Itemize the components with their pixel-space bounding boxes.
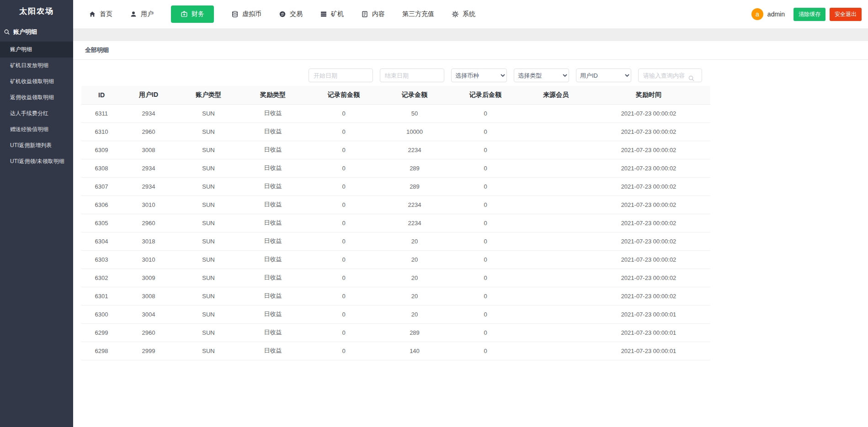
table-cell: 6311 [81, 104, 122, 122]
table-row: 63033010SUN日收益02002021-07-23 00:00:02 [81, 250, 710, 269]
sidebar-section-header[interactable]: 账户明细 [0, 25, 73, 41]
nav-home[interactable]: 首页 [89, 10, 112, 18]
table-cell: 0 [304, 250, 383, 269]
table-cell [525, 323, 587, 342]
user-icon [130, 11, 137, 18]
table-row: 63013008SUN日收益02002021-07-23 00:00:02 [81, 287, 710, 305]
table-cell: 6307 [81, 177, 122, 195]
table-row: 63112934SUN日收益05002021-07-23 00:00:02 [81, 104, 710, 122]
table-cell: SUN [176, 104, 241, 122]
table-cell: 0 [304, 141, 383, 159]
table-cell: 日收益 [241, 323, 304, 342]
sidebar-item-expert-fee-dividend[interactable]: 达人手续费分红 [0, 105, 73, 121]
sidebar-item-account-detail[interactable]: 账户明细 [0, 42, 73, 58]
table-cell: 2999 [122, 342, 176, 360]
table-cell: 0 [446, 323, 525, 342]
table-cell: 3010 [122, 195, 176, 214]
nav-miner[interactable]: 矿机 [320, 10, 344, 18]
table-cell: 0 [446, 232, 525, 250]
table-cell: 0 [446, 122, 525, 141]
app-title: 太阳农场 [0, 0, 73, 25]
table-cell: 0 [446, 104, 525, 122]
table-cell [525, 287, 587, 305]
nav-system[interactable]: 系统 [452, 10, 475, 18]
table-cell: SUN [176, 195, 241, 214]
table-cell: 0 [304, 269, 383, 287]
table-cell: 日收益 [241, 159, 304, 177]
table-cell: SUN [176, 269, 241, 287]
table-cell: 6302 [81, 269, 122, 287]
table-cell: 0 [304, 122, 383, 141]
sidebar-item-rebate-income-claim[interactable]: 返佣收益领取明细 [0, 90, 73, 105]
table-cell: 3008 [122, 141, 176, 159]
table-cell [525, 342, 587, 360]
nav-home-label: 首页 [100, 10, 112, 18]
start-date-input[interactable] [309, 69, 373, 82]
table-cell: 2021-07-23 00:00:02 [587, 177, 710, 195]
table-cell: SUN [176, 305, 241, 323]
nav-users[interactable]: 用户 [130, 10, 154, 18]
table-cell: 2021-07-23 00:00:02 [587, 122, 710, 141]
sidebar-item-uti-rebate-claim-detail[interactable]: UTI返佣领/未领取明细 [0, 153, 73, 169]
table-cell: 2960 [122, 323, 176, 342]
table-cell: 20 [383, 269, 446, 287]
tab-bar: 全部明细 [73, 41, 868, 60]
table-row: 63082934SUN日收益028902021-07-23 00:00:02 [81, 159, 710, 177]
table-cell: 2021-07-23 00:00:02 [587, 104, 710, 122]
logout-button[interactable]: 安全退出 [830, 8, 862, 21]
table-cell: 0 [304, 305, 383, 323]
sidebar-item-miner-income-claim[interactable]: 矿机收益领取明细 [0, 74, 73, 90]
nav-trade[interactable]: 交易 [279, 10, 303, 18]
table-cell [525, 232, 587, 250]
table-cell: 140 [383, 342, 446, 360]
tab-all-details[interactable]: 全部明细 [85, 46, 109, 54]
table-cell: 289 [383, 323, 446, 342]
table-cell: SUN [176, 323, 241, 342]
search-icon[interactable] [692, 72, 698, 79]
search-icon [4, 29, 10, 35]
table-cell: 0 [304, 287, 383, 305]
table-cell: SUN [176, 342, 241, 360]
sidebar-item-uti-rebate-new-list[interactable]: UTI返佣新增列表 [0, 137, 73, 153]
avatar[interactable]: a [751, 8, 763, 20]
table-row: 63072934SUN日收益028902021-07-23 00:00:02 [81, 177, 710, 195]
userid-select[interactable]: 用户ID [576, 69, 631, 82]
table-cell: 6309 [81, 141, 122, 159]
type-select[interactable]: 选择类型 [514, 69, 569, 82]
table-cell: SUN [176, 141, 241, 159]
table-row: 63043018SUN日收益02002021-07-23 00:00:02 [81, 232, 710, 250]
table-cell: 10000 [383, 122, 446, 141]
sidebar-item-miner-daily-release[interactable]: 矿机日发放明细 [0, 58, 73, 74]
nav-finance[interactable]: 财务 [171, 5, 214, 23]
table-row: 63102960SUN日收益01000002021-07-23 00:00:02 [81, 122, 710, 141]
clear-cache-button[interactable]: 清除缓存 [793, 8, 825, 21]
table-header-cell: 奖励类型 [241, 86, 304, 104]
end-date-input[interactable] [380, 69, 444, 82]
table-cell: 6298 [81, 342, 122, 360]
table-cell: 日收益 [241, 122, 304, 141]
table-cell: 3018 [122, 232, 176, 250]
sidebar: 太阳农场 账户明细 账户明细 矿机日发放明细 矿机收益领取明细 返佣收益领取明细… [0, 0, 73, 427]
table-cell: 0 [446, 269, 525, 287]
sidebar-item-gift-exp-detail[interactable]: 赠送经验值明细 [0, 121, 73, 137]
table-cell: 20 [383, 287, 446, 305]
nav-virtual-coin[interactable]: 虚拟币 [231, 10, 261, 18]
table-cell: 2934 [122, 104, 176, 122]
table-header-cell: 账户类型 [176, 86, 241, 104]
table-cell: 2234 [383, 141, 446, 159]
coin-select[interactable]: 选择币种 [451, 69, 507, 82]
admin-username: admin [767, 11, 785, 18]
table-cell: 2021-07-23 00:00:01 [587, 305, 710, 323]
nav-third-party-recharge[interactable]: 第三方充值 [402, 10, 434, 18]
table-cell: 0 [446, 305, 525, 323]
table-cell: 0 [304, 159, 383, 177]
table-cell: 0 [304, 323, 383, 342]
nav-users-label: 用户 [141, 10, 154, 18]
miner-icon [320, 11, 327, 18]
table-cell: 0 [304, 232, 383, 250]
table-header-cell: 记录后金额 [446, 86, 525, 104]
table-cell: 日收益 [241, 214, 304, 232]
nav-content[interactable]: 内容 [361, 10, 385, 18]
home-icon [89, 11, 96, 18]
table-cell: 0 [304, 214, 383, 232]
